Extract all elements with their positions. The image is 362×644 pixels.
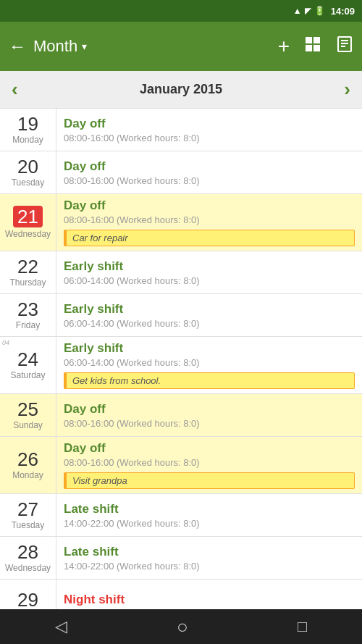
day-content: Day off08:00-16:00 (Worked hours: 8:0)	[56, 109, 362, 151]
network-icon: ◤	[305, 6, 311, 16]
status-icons: ▲ ◤ 🔋 14:09	[293, 6, 355, 17]
day-name: Wednesday	[5, 563, 51, 573]
toolbar-right: +	[278, 35, 353, 58]
toolbar-title: Month	[33, 37, 77, 56]
status-bar: ▲ ◤ 🔋 14:09	[0, 0, 362, 22]
svg-rect-3	[313, 45, 320, 51]
day-row[interactable]: 26MondayDay off08:00-16:00 (Worked hours…	[0, 437, 362, 494]
shift-hours: 14:00-22:00 (Worked hours: 8:0)	[64, 518, 355, 529]
home-nav-button[interactable]: ○	[177, 616, 188, 638]
month-nav: ‹ January 2015 ›	[0, 71, 362, 109]
note-button[interactable]	[336, 35, 353, 57]
day-row[interactable]: 0424SaturdayEarly shift06:00-14:00 (Work…	[0, 337, 362, 394]
day-row[interactable]: 27TuesdayLate shift14:00-22:00 (Worked h…	[0, 494, 362, 537]
shift-title: Early shift	[64, 302, 355, 317]
shift-title: Late shift	[64, 545, 355, 559]
dropdown-arrow-icon[interactable]: ▾	[82, 41, 87, 52]
day-number-col: 22Thursday	[0, 251, 56, 293]
day-name: Monday	[12, 135, 43, 145]
day-number: 29	[17, 590, 38, 609]
calendar-list: 19MondayDay off08:00-16:00 (Worked hours…	[0, 109, 362, 609]
shift-title: Day off	[64, 402, 355, 417]
day-number-col: 0424Saturday	[0, 337, 56, 393]
day-content: Day off08:00-16:00 (Worked hours: 8:0)	[56, 394, 362, 436]
signal-icon: ▲	[293, 6, 302, 16]
day-content: Late shift14:00-22:00 (Worked hours: 8:0…	[56, 537, 362, 579]
shift-title: Day off	[64, 159, 355, 174]
prev-month-button[interactable]: ‹	[12, 78, 18, 101]
grid-view-button[interactable]	[304, 35, 321, 57]
shift-hours: 08:00-16:00 (Worked hours: 8:0)	[64, 175, 355, 186]
day-number-col: 20Tuesday	[0, 151, 56, 193]
shift-hours: 08:00-16:00 (Worked hours: 8:0)	[64, 214, 355, 225]
day-content: Day off08:00-16:00 (Worked hours: 8:0)Ca…	[56, 194, 362, 251]
day-number: 27	[17, 500, 38, 519]
week-number-badge: 04	[2, 339, 9, 346]
day-number: 22	[17, 257, 38, 276]
day-row[interactable]: 21WednesdayDay off08:00-16:00 (Worked ho…	[0, 194, 362, 251]
day-content: Early shift06:00-14:00 (Worked hours: 8:…	[56, 251, 362, 293]
back-button[interactable]: ←	[9, 36, 26, 57]
day-content: Night shift	[56, 580, 362, 609]
shift-title: Late shift	[64, 502, 355, 517]
day-content: Early shift06:00-14:00 (Worked hours: 8:…	[56, 337, 362, 393]
day-name: Friday	[16, 320, 40, 330]
svg-rect-0	[306, 37, 312, 43]
shift-hours: 06:00-14:00 (Worked hours: 8:0)	[64, 357, 355, 368]
toolbar: ← Month ▾ +	[0, 22, 362, 71]
day-row[interactable]: 25SundayDay off08:00-16:00 (Worked hours…	[0, 394, 362, 437]
add-button[interactable]: +	[278, 35, 290, 58]
day-number: 21	[13, 206, 43, 227]
day-number: 20	[17, 157, 38, 176]
day-number-col: 21Wednesday	[0, 194, 56, 251]
day-number-col: 28Wednesday	[0, 537, 56, 579]
day-number: 19	[17, 114, 38, 133]
day-name: Sunday	[13, 420, 43, 430]
day-number-col: 25Sunday	[0, 394, 56, 436]
svg-rect-2	[306, 45, 312, 51]
day-row[interactable]: 22ThursdayEarly shift06:00-14:00 (Worked…	[0, 251, 362, 294]
day-name: Wednesday	[5, 229, 51, 239]
day-row[interactable]: 20TuesdayDay off08:00-16:00 (Worked hour…	[0, 151, 362, 194]
day-number: 25	[17, 400, 38, 419]
day-row[interactable]: 19MondayDay off08:00-16:00 (Worked hours…	[0, 109, 362, 151]
shift-hours: 06:00-14:00 (Worked hours: 8:0)	[64, 275, 355, 286]
month-title: January 2015	[140, 82, 222, 97]
event-tag[interactable]: Visit grandpa	[64, 472, 355, 489]
event-tag[interactable]: Car for repair	[64, 230, 355, 246]
day-content: Day off08:00-16:00 (Worked hours: 8:0)Vi…	[56, 437, 362, 493]
shift-hours: 14:00-22:00 (Worked hours: 8:0)	[64, 561, 355, 572]
bottom-nav: ◁ ○ □	[0, 609, 362, 644]
toolbar-title-area: Month ▾	[33, 37, 87, 56]
svg-rect-1	[313, 37, 320, 43]
day-content: Early shift06:00-14:00 (Worked hours: 8:…	[56, 294, 362, 336]
day-content: Day off08:00-16:00 (Worked hours: 8:0)	[56, 151, 362, 193]
back-nav-button[interactable]: ◁	[55, 617, 67, 636]
next-month-button[interactable]: ›	[344, 78, 350, 101]
shift-hours: 08:00-16:00 (Worked hours: 8:0)	[64, 457, 355, 468]
battery-icon: 🔋	[314, 6, 325, 16]
day-name: Tuesday	[12, 177, 45, 188]
shift-hours: 06:00-14:00 (Worked hours: 8:0)	[64, 318, 355, 329]
shift-title: Day off	[64, 441, 355, 456]
day-content: Late shift14:00-22:00 (Worked hours: 8:0…	[56, 494, 362, 536]
day-name: Monday	[12, 470, 43, 480]
shift-title: Night shift	[64, 593, 355, 607]
day-row[interactable]: 28WednesdayLate shift14:00-22:00 (Worked…	[0, 537, 362, 580]
shift-title: Day off	[64, 198, 355, 213]
day-number-col: 29	[0, 580, 56, 609]
toolbar-left: ← Month ▾	[9, 36, 87, 57]
day-number-col: 23Friday	[0, 294, 56, 336]
day-number: 26	[17, 450, 38, 469]
event-tag[interactable]: Get kids from school.	[64, 372, 355, 389]
day-number: 24	[17, 350, 38, 369]
recent-nav-button[interactable]: □	[298, 617, 307, 636]
day-name: Tuesday	[12, 520, 45, 530]
shift-title: Day off	[64, 117, 355, 131]
day-row[interactable]: 23FridayEarly shift06:00-14:00 (Worked h…	[0, 294, 362, 337]
day-number: 28	[17, 543, 38, 561]
day-name: Saturday	[10, 370, 45, 380]
shift-title: Early shift	[64, 259, 355, 274]
day-row[interactable]: 29Night shift	[0, 580, 362, 609]
time-display: 14:09	[331, 6, 355, 17]
